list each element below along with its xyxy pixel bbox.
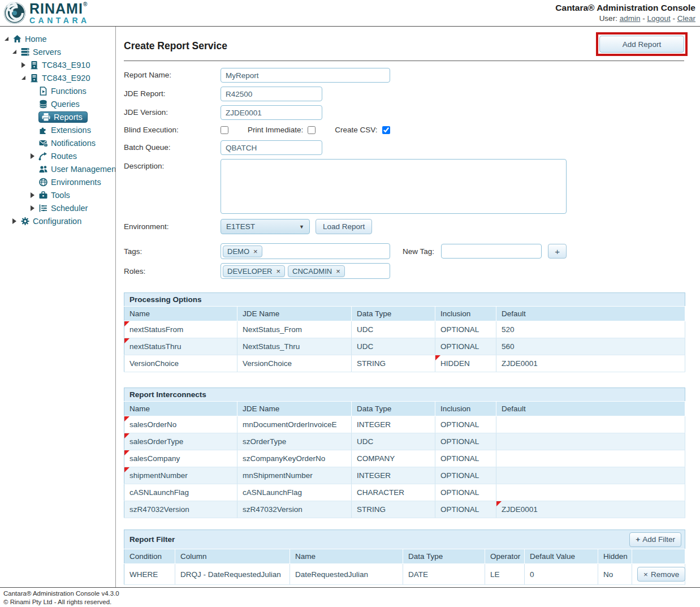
expand-toggle-icon[interactable] xyxy=(21,76,29,80)
cell-data-type[interactable]: UDC xyxy=(352,321,435,338)
sidebar-item-scheduler[interactable]: Scheduler xyxy=(0,201,115,214)
roles-chipbox[interactable]: DEVELOPER × CNCADMIN × xyxy=(221,263,390,279)
sidebar-item-routes[interactable]: Routes xyxy=(0,149,115,162)
cell-data-type[interactable]: UDC xyxy=(352,433,435,450)
sidebar-item-queries[interactable]: Queries xyxy=(0,97,115,110)
expand-toggle-icon[interactable] xyxy=(5,37,12,41)
cell-name[interactable]: salesOrderNo xyxy=(124,416,237,433)
cell-jde-name[interactable]: mnDocumentOrderInvoiceE xyxy=(237,416,352,433)
table-row[interactable]: nextStatusFrom NextStatus_From UDC OPTIO… xyxy=(124,321,685,338)
remove-role-icon[interactable]: × xyxy=(336,267,340,275)
table-row[interactable]: cASNLaunchFlag cASNLaunchFlag CHARACTER … xyxy=(124,484,685,501)
sidebar-item-user-management[interactable]: User Management xyxy=(0,162,115,175)
cell-inclusion[interactable]: HIDDEN xyxy=(435,355,496,372)
cell-inclusion[interactable]: OPTIONAL xyxy=(435,321,496,338)
add-filter-button[interactable]: +Add Filter xyxy=(629,532,681,547)
sidebar-item-environments[interactable]: Environments xyxy=(0,175,115,188)
cell-operator[interactable]: LE xyxy=(485,564,525,585)
table-row[interactable]: salesOrderNo mnDocumentOrderInvoiceE INT… xyxy=(124,416,685,433)
cell-jde-name[interactable]: mnShipmentNumber xyxy=(237,467,352,484)
sidebar-item-tc843-e920[interactable]: TC843_E920 xyxy=(0,71,115,84)
description-textarea[interactable] xyxy=(221,159,567,214)
batch-queue-input[interactable] xyxy=(221,140,322,155)
table-row[interactable]: salesOrderType szOrderType UDC OPTIONAL xyxy=(124,433,685,450)
cell-default[interactable] xyxy=(496,433,685,450)
cell-jde-name[interactable]: VersionChoice xyxy=(237,355,352,372)
cell-jde-name[interactable]: NextStatus_From xyxy=(237,321,352,338)
cell-default[interactable] xyxy=(496,450,685,467)
cell-name[interactable]: nextStatusFrom xyxy=(124,321,237,338)
cell-data-type[interactable]: CHARACTER xyxy=(352,484,435,501)
logout-link[interactable]: Logout xyxy=(647,14,670,23)
cell-default-value[interactable]: 0 xyxy=(525,564,598,585)
cell-default[interactable]: ZJDE0001 xyxy=(496,355,685,372)
table-row[interactable]: WHERE DRQJ - DateRequestedJulian DateReq… xyxy=(124,564,685,585)
cell-jde-name[interactable]: szOrderType xyxy=(237,433,352,450)
user-name-link[interactable]: admin xyxy=(620,14,641,23)
table-row[interactable]: VersionChoice VersionChoice STRING HIDDE… xyxy=(124,355,685,372)
cell-condition[interactable]: WHERE xyxy=(124,564,175,585)
cell-inclusion[interactable]: OPTIONAL xyxy=(435,433,496,450)
cell-name[interactable]: VersionChoice xyxy=(124,355,237,372)
add-report-button[interactable]: Add Report xyxy=(599,36,684,53)
sidebar-item-tc843-e910[interactable]: TC843_E910 xyxy=(0,58,115,71)
table-row[interactable]: szR47032Version szR47032Version STRING O… xyxy=(124,501,685,518)
table-row[interactable]: salesCompany szCompanyKeyOrderNo COMPANY… xyxy=(124,450,685,467)
cell-default[interactable] xyxy=(496,416,685,433)
cell-inclusion[interactable]: OPTIONAL xyxy=(435,338,496,355)
table-row[interactable]: nextStatusThru NextStatus_Thru UDC OPTIO… xyxy=(124,338,685,355)
cell-jde-name[interactable]: NextStatus_Thru xyxy=(237,338,352,355)
cell-inclusion[interactable]: OPTIONAL xyxy=(435,450,496,467)
cell-name[interactable]: salesOrderType xyxy=(124,433,237,450)
sidebar-item-extensions[interactable]: Extensions xyxy=(0,123,115,136)
remove-filter-button[interactable]: ×Remove xyxy=(637,567,685,582)
new-tag-input[interactable] xyxy=(441,244,542,259)
environment-select[interactable]: E1TEST ▼ xyxy=(221,219,310,234)
report-name-input[interactable] xyxy=(221,68,390,83)
remove-role-icon[interactable]: × xyxy=(276,267,280,275)
cell-default[interactable] xyxy=(496,467,685,484)
cell-jde-name[interactable]: szCompanyKeyOrderNo xyxy=(237,450,352,467)
sidebar-item-reports[interactable]: Reports xyxy=(0,110,115,123)
tags-chipbox[interactable]: DEMO × xyxy=(221,243,390,259)
expand-toggle-icon[interactable] xyxy=(12,50,20,54)
cell-name[interactable]: cASNLaunchFlag xyxy=(124,484,237,501)
sidebar-item-tools[interactable]: Tools xyxy=(0,188,115,201)
cell-name[interactable]: shipmentNumber xyxy=(124,467,237,484)
cell-name[interactable]: DateRequestedJulian xyxy=(290,564,403,585)
sidebar-item-notifications[interactable]: Notifications xyxy=(0,136,115,149)
cell-data-type[interactable]: INTEGER xyxy=(352,467,435,484)
print-immediate-checkbox[interactable] xyxy=(308,126,316,134)
cell-data-type[interactable]: COMPANY xyxy=(352,450,435,467)
clear-link[interactable]: Clear xyxy=(677,14,695,23)
cell-default[interactable]: ZJDE0001 xyxy=(496,501,685,518)
cell-name[interactable]: szR47032Version xyxy=(124,501,237,518)
cell-data-type[interactable]: DATE xyxy=(403,564,485,585)
jde-version-input[interactable] xyxy=(221,105,322,120)
sidebar-item-functions[interactable]: Functions xyxy=(0,84,115,97)
cell-inclusion[interactable]: OPTIONAL xyxy=(435,416,496,433)
expand-toggle-icon[interactable] xyxy=(31,192,38,198)
add-tag-button[interactable]: + xyxy=(548,244,567,259)
expand-toggle-icon[interactable] xyxy=(31,153,38,159)
table-row[interactable]: shipmentNumber mnShipmentNumber INTEGER … xyxy=(124,467,685,484)
create-csv-checkbox[interactable] xyxy=(382,126,390,134)
expand-toggle-icon[interactable] xyxy=(31,205,38,211)
cell-data-type[interactable]: STRING xyxy=(352,501,435,518)
cell-inclusion[interactable]: OPTIONAL xyxy=(435,467,496,484)
cell-inclusion[interactable]: OPTIONAL xyxy=(435,501,496,518)
expand-toggle-icon[interactable] xyxy=(12,218,20,224)
cell-data-type[interactable]: STRING xyxy=(352,355,435,372)
cell-inclusion[interactable]: OPTIONAL xyxy=(435,484,496,501)
load-report-button[interactable]: Load Report xyxy=(316,219,372,234)
cell-column[interactable]: DRQJ - DateRequestedJulian xyxy=(175,564,290,585)
blind-execution-checkbox[interactable] xyxy=(221,126,228,134)
remove-tag-icon[interactable]: × xyxy=(253,247,258,256)
cell-data-type[interactable]: UDC xyxy=(352,338,435,355)
cell-hidden[interactable]: No xyxy=(598,564,632,585)
cell-jde-name[interactable]: szR47032Version xyxy=(237,501,352,518)
sidebar-item-configuration[interactable]: Configuration xyxy=(0,214,115,227)
cell-default[interactable] xyxy=(496,484,685,501)
sidebar-item-home[interactable]: Home xyxy=(0,32,115,45)
cell-default[interactable]: 520 xyxy=(496,321,685,338)
